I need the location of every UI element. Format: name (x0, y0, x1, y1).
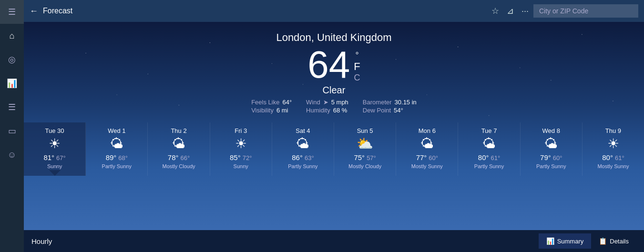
weather-condition-icon: 🌤 (296, 137, 309, 151)
forecast-day-fri-3[interactable]: Fri 3 ☀ 85° 72° Sunny (210, 122, 272, 176)
forecast-day-sat-4[interactable]: Sat 4 🌤 86° 63° Partly Sunny (272, 122, 334, 176)
unit-celsius[interactable]: C (354, 73, 360, 83)
smile-icon: ☺ (8, 150, 16, 160)
summary-button[interactable]: 📊 Summary (539, 233, 592, 249)
degree-f: ° (354, 50, 360, 60)
unit-fahrenheit[interactable]: F (354, 60, 360, 73)
main-content: ← Forecast ☆ ⊿ ··· London, United Kingdo… (24, 0, 644, 252)
high-temp: 85° (230, 153, 241, 161)
sidebar-item-home[interactable]: ⌂ (0, 24, 24, 48)
weather-details: Feels Like 64° Visibility 6 mi Wind ➤ 5 … (24, 99, 644, 114)
weather-condition-icon: 🌤 (420, 137, 434, 151)
sidebar: ☰ ⌂ ◎ 📊 ☰ ▭ ☺ (0, 0, 24, 252)
favorite-icon[interactable]: ☆ (491, 6, 499, 16)
bottom-buttons: 📊 Summary 📋 Details (539, 233, 636, 249)
sidebar-item-menu[interactable]: ☰ (0, 0, 24, 24)
humidity-label: Humidity (306, 107, 330, 114)
forecast-day-tue-7[interactable]: Tue 7 🌤 80° 61° Partly Sunny (458, 122, 520, 176)
condition-desc: Sunny (47, 163, 62, 169)
day-name: Tue 7 (481, 127, 497, 134)
day-name: Mon 6 (419, 127, 436, 134)
pin-icon[interactable]: ⊿ (507, 6, 514, 16)
condition-desc: Mostly Cloudy (348, 163, 381, 169)
temperature-units: ° F C (354, 46, 360, 83)
feels-like: Feels Like 64° (251, 99, 292, 106)
forecast-day-thu-2[interactable]: Thu 2 🌤 78° 66° Mostly Cloudy (148, 122, 210, 176)
table-icon: 📋 (599, 237, 607, 245)
temps: 86° 63° (292, 153, 314, 161)
dew-point-value: 54° (394, 107, 403, 114)
summary-label: Summary (557, 238, 584, 245)
temps: 80° 61° (478, 153, 500, 161)
high-temp: 77° (416, 153, 427, 161)
condition-desc: Mostly Sunny (597, 163, 629, 169)
list-icon: ☰ (8, 102, 16, 112)
search-input[interactable] (533, 4, 638, 18)
high-temp: 79° (540, 153, 551, 161)
day-name: Wed 1 (108, 127, 125, 134)
detail-group-right: Barometer 30.15 in Dew Point 54° (363, 99, 417, 114)
low-temp: 67° (56, 154, 66, 161)
chart-icon: 📊 (7, 78, 17, 89)
weather-condition-icon: 🌤 (110, 137, 123, 151)
weather-background: London, United Kingdom 64 ° F C Clear Fe… (24, 22, 644, 230)
sidebar-item-target[interactable]: ◎ (0, 48, 24, 71)
high-temp: 75° (354, 153, 365, 161)
city-name: London, United Kingdom (24, 31, 644, 44)
condition-desc: Sunny (234, 163, 248, 169)
forecast-day-tue-30[interactable]: Tue 30 ☀ 81° 67° Sunny (24, 122, 86, 176)
condition-desc: Partly Sunny (536, 163, 566, 169)
temps: 77° 60° (416, 153, 438, 161)
low-temp: 60° (429, 154, 438, 161)
forecast-day-thu-9[interactable]: Thu 9 ☀ 80° 61° Mostly Sunny (583, 122, 644, 176)
high-temp: 86° (292, 153, 303, 161)
sidebar-item-tv[interactable]: ▭ (0, 119, 24, 143)
forecast-day-sun-5[interactable]: Sun 5 ⛅ 75° 57° Mostly Cloudy (334, 122, 396, 176)
forecast-day-wed-8[interactable]: Wed 8 🌤 79° 60° Partly Sunny (521, 122, 583, 176)
temps: 78° 66° (168, 153, 190, 161)
condition-desc: Partly Sunny (102, 163, 132, 169)
low-temp: 61° (491, 154, 501, 161)
wind-arrow-icon: ➤ (323, 99, 328, 106)
humidity-value: 68 % (333, 107, 348, 114)
weather-condition: Clear (24, 85, 644, 96)
weather-condition-icon: 🌤 (544, 137, 558, 151)
high-temp: 78° (168, 153, 179, 161)
low-temp: 63° (305, 154, 314, 161)
details-button[interactable]: 📋 Details (591, 233, 636, 249)
day-name: Sun 5 (357, 127, 373, 134)
weather-condition-icon: 🌤 (482, 137, 496, 151)
sidebar-item-chart[interactable]: 📊 (0, 71, 24, 95)
condition-desc: Partly Sunny (474, 163, 504, 169)
chart-bar-icon: 📊 (546, 237, 554, 245)
condition-desc: Partly Sunny (288, 163, 317, 169)
condition-desc: Mostly Cloudy (162, 163, 195, 169)
visibility: Visibility 6 mi (251, 107, 292, 114)
barometer-value: 30.15 in (395, 99, 417, 106)
back-button[interactable]: ← (30, 6, 38, 16)
weather-condition-icon: 🌤 (172, 137, 185, 151)
header-actions: ☆ ⊿ ··· (491, 6, 529, 16)
wind-label: Wind (306, 99, 320, 106)
temps: 85° 72° (230, 153, 252, 161)
temperature-row: 64 ° F C (24, 46, 644, 84)
visibility-label: Visibility (251, 107, 274, 114)
wind-value: 5 mph (331, 99, 348, 106)
more-icon[interactable]: ··· (521, 6, 529, 16)
forecast-day-mon-6[interactable]: Mon 6 🌤 77° 60° Mostly Sunny (396, 122, 458, 176)
feels-like-label: Feels Like (251, 99, 279, 106)
temps: 79° 60° (540, 153, 562, 161)
forecast-day-wed-1[interactable]: Wed 1 🌤 89° 68° Partly Sunny (86, 122, 148, 176)
header: ← Forecast ☆ ⊿ ··· (24, 0, 644, 22)
day-name: Tue 30 (45, 127, 64, 134)
temps: 81° 67° (43, 153, 65, 161)
detail-group-center: Wind ➤ 5 mph Humidity 68 % (306, 99, 348, 114)
day-name: Thu 9 (605, 127, 621, 134)
feels-like-value: 64° (282, 99, 292, 106)
sidebar-item-smile[interactable]: ☺ (0, 143, 24, 167)
day-name: Sat 4 (296, 127, 310, 134)
temps: 75° 57° (354, 153, 376, 161)
sidebar-item-list[interactable]: ☰ (0, 95, 24, 119)
low-temp: 60° (553, 154, 562, 161)
weather-condition-icon: ☀ (49, 137, 61, 151)
